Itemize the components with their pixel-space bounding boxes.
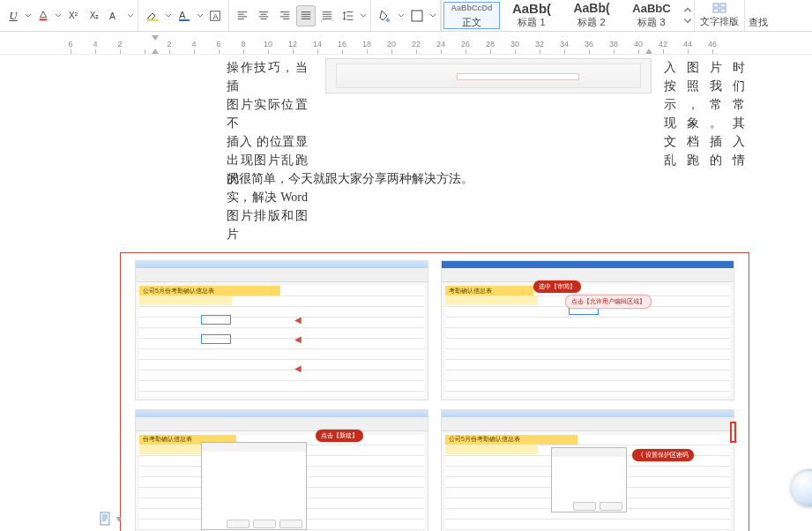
superscript-button[interactable]: X² [63,5,83,26]
font-color-button[interactable] [34,5,53,26]
svg-rect-7 [713,4,719,7]
font-style-group: U X² X₂ A [0,0,138,31]
text-cursor [730,422,736,443]
paragraph-last-line: 况很简单，今天就跟大家分享两种解决方法。 [227,169,720,188]
border-dropdown[interactable] [429,5,436,26]
subscript-button[interactable]: X₂ [85,5,104,26]
style-normal[interactable]: AaBbCcDd 正文 [443,2,500,29]
svg-rect-10 [720,9,726,12]
border-button[interactable] [406,5,428,26]
change-case-button[interactable]: A [106,5,125,26]
svg-rect-9 [713,9,719,12]
screenshot-d: 公司5月份考勤确认信息表 《 设置保护区密码 [441,409,734,532]
document-canvas: 操作技巧，当插 图片实际位置不 插入 的位置显 出现图片乱跑的 实，解决 Wor… [0,55,812,531]
text-wrap-right: 入图片时 按照我们 示，常常 现象。其 文档插入 乱跑的情 [664,58,745,169]
distributed-align-button[interactable] [317,5,337,26]
find-button[interactable]: 查找 [745,0,771,31]
svg-rect-6 [412,11,422,21]
screenshot-a: 公司5月份考勤确认信息表 ◀ ◀ ◀ [135,260,428,400]
page-icon [99,512,113,526]
highlight-dropdown[interactable] [165,5,172,26]
style-heading2[interactable]: AaBb( 标题 2 [563,2,620,29]
svg-text:A: A [212,11,218,20]
inline-image-placeholder[interactable] [325,58,652,93]
underline-dropdown[interactable] [25,5,32,26]
screenshot-b: 考勤确认信息表 选中【审阅】 点击【允许用户编辑区域】 [441,260,734,400]
text-wrap-left: 操作技巧，当插 图片实际位置不 插入 的位置显 出现图片乱跑的 实，解决 Wor… [227,58,308,243]
horizontal-ruler[interactable]: 6422468101214161820222426283032343638404… [0,32,812,55]
highlight-group: A A [138,0,229,31]
align-right-button[interactable] [275,5,294,26]
font-color-dropdown[interactable] [55,5,62,26]
paragraph-group [229,0,371,31]
line-spacing-button[interactable] [339,5,358,26]
shading-border-group [371,0,441,31]
selected-image-frame[interactable]: 公司5月份考勤确认信息表 ◀ ◀ ◀ 考勤确认信息表 选中【审阅】 点击【允许用… [120,252,749,531]
style-heading3[interactable]: AaBbC 标题 3 [623,2,680,29]
screenshot-c: 份考勤确认信息表 点击【新建】 [135,409,428,532]
line-spacing-dropdown[interactable] [360,5,367,26]
underline-button[interactable]: U [4,5,23,26]
svg-text:A: A [109,10,115,20]
text-fill-button[interactable]: A [174,5,195,26]
formatting-toolbar: U X² X₂ A A A [0,0,812,32]
navigation-pane-button[interactable]: ▾ [99,512,122,526]
shading-dropdown[interactable] [398,5,405,26]
align-left-button[interactable] [233,5,252,26]
dropdown-caret-icon: ▾ [116,512,122,525]
ruler-tick: 2 [120,36,145,54]
style-gallery-more[interactable] [682,0,694,31]
align-center-button[interactable] [254,5,273,26]
typography-group[interactable]: 文字排版 [695,0,745,31]
assistant-bubble[interactable] [791,469,812,506]
text-fill-dropdown[interactable] [197,5,204,26]
character-border-button[interactable]: A [205,5,225,26]
svg-rect-1 [147,19,158,21]
typography-icon [712,3,726,13]
shading-button[interactable] [375,5,396,26]
ruler-tick: 46 [712,36,737,54]
change-case-dropdown[interactable] [127,5,134,26]
style-heading1[interactable]: AaBb( 标题 1 [503,2,560,29]
svg-rect-8 [720,4,726,7]
svg-text:A: A [179,10,186,20]
align-justify-button[interactable] [296,5,316,26]
highlight-button[interactable] [142,5,163,26]
style-gallery: AaBbCcDd 正文 AaBb( 标题 1 AaBb( 标题 2 AaBbC … [441,0,695,31]
svg-rect-3 [179,19,190,21]
